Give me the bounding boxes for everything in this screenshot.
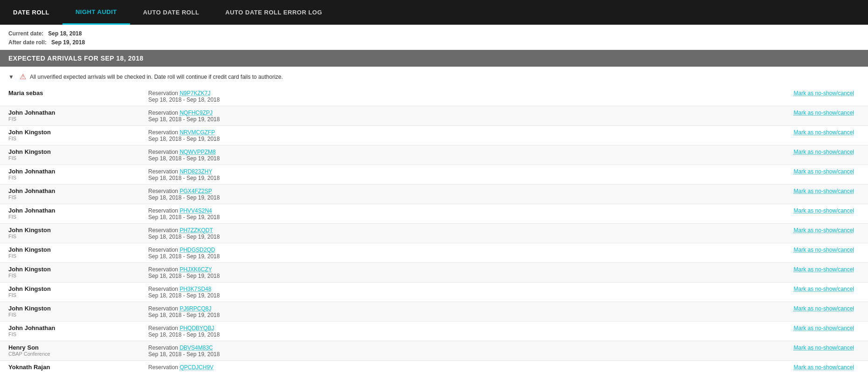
guest-name: John Johnathan	[8, 109, 131, 116]
table-row: John JohnathanFISReservation PHQDBYQBJSe…	[0, 322, 868, 341]
reservation-link[interactable]: PHDGSD2QD	[179, 247, 215, 253]
nav-night-audit[interactable]: NIGHT AUDIT	[62, 0, 130, 25]
reservation-label: Reservation	[148, 305, 179, 312]
mark-no-show-cancel-link[interactable]: Mark as no-show/cancel	[794, 168, 854, 175]
mark-no-show-cancel-link[interactable]: Mark as no-show/cancel	[794, 188, 854, 194]
mark-no-show-cancel-link[interactable]: Mark as no-show/cancel	[794, 286, 854, 292]
reservation-label: Reservation	[148, 286, 179, 292]
reservation-link[interactable]: PH3K7SD48	[179, 286, 211, 292]
mark-no-show-cancel-link[interactable]: Mark as no-show/cancel	[794, 110, 854, 116]
reservation-label: Reservation	[148, 266, 179, 273]
reservation-label: Reservation	[148, 129, 179, 136]
guest-sub: FIS	[8, 292, 131, 298]
reservation-link[interactable]: NQFHC9ZPJ	[179, 110, 213, 116]
guest-sub: FIS	[8, 194, 131, 200]
table-row: John KingstonFISReservation PHJXK6CZYSep…	[0, 263, 868, 282]
collapse-icon[interactable]: ▼	[8, 74, 14, 80]
after-date-roll-value: Sep 19, 2018	[51, 39, 85, 46]
current-date-line: Current date: Sep 18, 2018	[8, 29, 860, 38]
guest-name: John Kingston	[8, 285, 131, 292]
mark-no-show-cancel-link[interactable]: Mark as no-show/cancel	[794, 207, 854, 214]
reservation-dates: Sep 18, 2018 - Sep 19, 2018	[148, 312, 508, 318]
reservation-link[interactable]: N9P7KZK7J	[179, 90, 210, 96]
table-row: Henry SonCBAP ConferenceReservation DBVS…	[0, 341, 868, 361]
after-date-roll-line: After date roll: Sep 19, 2018	[8, 38, 860, 47]
warning-row: ▼ ⚠ All unverified expected arrivals wil…	[0, 67, 868, 87]
mark-no-show-cancel-link[interactable]: Mark as no-show/cancel	[794, 305, 854, 312]
reservation-dates: Sep 18, 2018 - Sep 19, 2018	[148, 253, 508, 260]
reservation-link[interactable]: PHQDBYQBJ	[179, 325, 214, 331]
mark-no-show-cancel-link[interactable]: Mark as no-show/cancel	[794, 90, 854, 96]
guest-name: John Johnathan	[8, 324, 131, 331]
reservation-link[interactable]: PHJXK6CZY	[179, 266, 212, 273]
table-row: John KingstonFISReservation PJ6RPCQ8JSep…	[0, 302, 868, 322]
warning-triangle-icon: ⚠	[20, 72, 26, 81]
reservation-link[interactable]: PHVV4S2N4	[179, 207, 212, 214]
table-row: John KingstonFISReservation PH7ZZKQDTSep…	[0, 224, 868, 243]
table-row: John JohnathanFISReservation NQFHC9ZPJSe…	[0, 106, 868, 126]
top-navigation: DATE ROLL NIGHT AUDIT AUTO DATE ROLL AUT…	[0, 0, 868, 25]
warning-message: All unverified expected arrivals will be…	[30, 74, 283, 80]
guest-name: John Kingston	[8, 148, 131, 155]
reservation-link[interactable]: PH7ZZKQDT	[179, 227, 213, 234]
reservation-link[interactable]: QPCDJCH9V	[179, 364, 214, 371]
guest-name: John Johnathan	[8, 168, 131, 175]
guest-sub: FIS	[8, 331, 131, 337]
reservation-label: Reservation	[148, 344, 179, 351]
reservation-link[interactable]: NRD823ZHY	[179, 168, 212, 175]
table-row: John KingstonFISReservation PHDGSD2QDSep…	[0, 243, 868, 263]
nav-auto-date-roll-error-log[interactable]: AUTO DATE ROLL ERROR LOG	[212, 0, 335, 25]
guest-sub: FIS	[8, 116, 131, 122]
reservation-dates: Sep 18, 2018 - Sep 19, 2018	[148, 351, 508, 358]
guest-sub: FIS	[8, 312, 131, 317]
reservation-label: Reservation	[148, 364, 179, 371]
mark-no-show-cancel-link[interactable]: Mark as no-show/cancel	[794, 364, 854, 371]
reservation-dates: Sep 18, 2018 - Sep 19, 2018	[148, 194, 508, 201]
guest-sub: FIS	[8, 253, 131, 259]
reservation-dates: Sep 18, 2018 - Sep 19, 2018	[148, 116, 508, 123]
arrivals-table: Maria sebasReservation N9P7KZK7JSep 18, …	[0, 87, 868, 372]
reservation-label: Reservation	[148, 247, 179, 253]
reservation-link[interactable]: PJ6RPCQ8J	[179, 305, 211, 312]
guest-sub: FIS	[8, 214, 131, 220]
table-row: John JohnathanFISReservation NRD823ZHYSe…	[0, 165, 868, 185]
guest-sub: FIS	[8, 175, 131, 180]
nav-date-roll[interactable]: DATE ROLL	[0, 0, 62, 25]
mark-no-show-cancel-link[interactable]: Mark as no-show/cancel	[794, 227, 854, 234]
guest-name: John Kingston	[8, 246, 131, 253]
reservation-label: Reservation	[148, 188, 179, 194]
guest-name: Henry Son	[8, 344, 131, 351]
reservation-dates: Sep 18, 2018 - Sep 19, 2018	[148, 175, 508, 181]
reservation-link[interactable]: PGX4FZ2SP	[179, 188, 212, 194]
reservation-label: Reservation	[148, 227, 179, 234]
guest-name: John Johnathan	[8, 187, 131, 194]
reservation-label: Reservation	[148, 325, 179, 331]
guest-sub: FIS	[8, 136, 131, 141]
nav-auto-date-roll[interactable]: AUTO DATE ROLL	[130, 0, 213, 25]
reservation-dates: Sep 18, 2018 - Sep 19, 2018	[148, 214, 508, 220]
reservation-link[interactable]: NRVMCGZFP	[179, 129, 215, 136]
mark-no-show-cancel-link[interactable]: Mark as no-show/cancel	[794, 325, 854, 331]
mark-no-show-cancel-link[interactable]: Mark as no-show/cancel	[794, 266, 854, 273]
reservation-dates: Sep 18, 2018 - Sep 18, 2018	[148, 96, 508, 103]
mark-no-show-cancel-link[interactable]: Mark as no-show/cancel	[794, 149, 854, 155]
reservation-link[interactable]: NQWVPPZM8	[179, 149, 215, 155]
reservation-dates: Sep 18, 2018 - Sep 19, 2018	[148, 273, 508, 279]
table-row: John KingstonFISReservation NRVMCGZFPSep…	[0, 126, 868, 145]
guest-name: Yoknath Rajan	[8, 364, 131, 371]
mark-no-show-cancel-link[interactable]: Mark as no-show/cancel	[794, 344, 854, 351]
reservation-label: Reservation	[148, 110, 179, 116]
mark-no-show-cancel-link[interactable]: Mark as no-show/cancel	[794, 247, 854, 253]
reservation-link[interactable]: DBVS4M83C	[179, 344, 213, 351]
guest-sub: FIS	[8, 155, 131, 161]
after-date-roll-label: After date roll:	[8, 39, 47, 46]
current-date-label: Current date:	[8, 30, 43, 37]
reservation-dates: Sep 18, 2018 - Sep 19, 2018	[148, 331, 508, 338]
table-row: John JohnathanFISReservation PGX4FZ2SPSe…	[0, 185, 868, 204]
table-row: John JohnathanFISReservation PHVV4S2N4Se…	[0, 204, 868, 224]
reservation-label: Reservation	[148, 90, 179, 96]
current-date-value: Sep 18, 2018	[48, 30, 82, 37]
mark-no-show-cancel-link[interactable]: Mark as no-show/cancel	[794, 129, 854, 136]
reservation-label: Reservation	[148, 149, 179, 155]
reservation-label: Reservation	[148, 168, 179, 175]
